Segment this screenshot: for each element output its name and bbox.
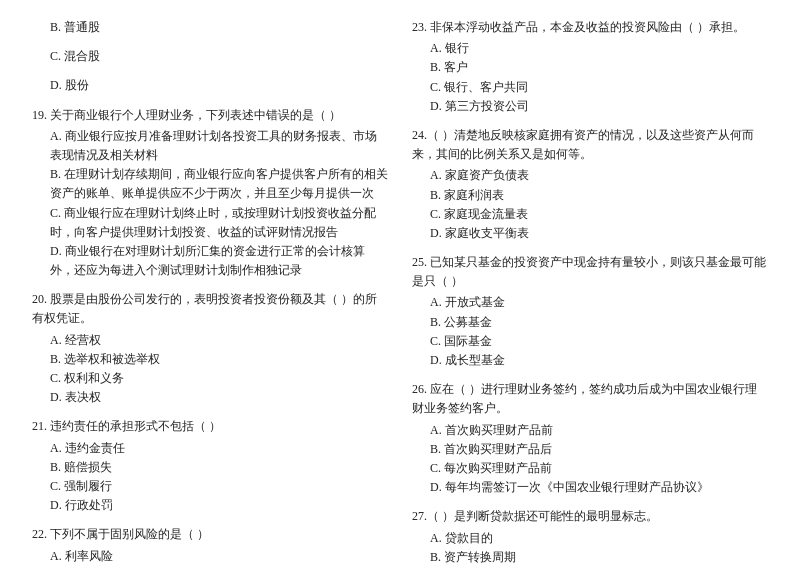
option-d-stock: D. 股份 — [32, 76, 388, 95]
option-d: D. 商业银行在对理财计划所汇集的资金进行正常的会计核算外，还应为每进入个测试理… — [32, 242, 388, 280]
option-a: A. 开放式基金 — [412, 293, 768, 312]
question-27: 27.（ ）是判断贷款据还可能性的最明显标志。 A. 贷款目的 B. 资产转换周… — [412, 507, 768, 565]
exam-page: B. 普通股 C. 混合股 D. 股份 19. 关于商业银行个人理财业务，下列表… — [0, 0, 800, 565]
question-title: 27.（ ）是判断贷款据还可能性的最明显标志。 — [412, 507, 768, 526]
option-text: C. 混合股 — [32, 47, 388, 66]
option-a: A. 商业银行应按月准备理财计划各投资工具的财务报表、市场表现情况及相关材料 — [32, 127, 388, 165]
left-column: B. 普通股 C. 混合股 D. 股份 19. 关于商业银行个人理财业务，下列表… — [32, 18, 400, 565]
option-d: D. 行政处罚 — [32, 496, 388, 515]
option-b-general: B. 普通股 — [32, 18, 388, 37]
option-b: B. 赔偿损失 — [32, 458, 388, 477]
option-c: C. 银行、客户共同 — [412, 78, 768, 97]
option-a: A. 违约金责任 — [32, 439, 388, 458]
option-c: C. 国际基金 — [412, 332, 768, 351]
question-title: 25. 已知某只基金的投资资产中现金持有量较小，则该只基金最可能是只（ ） — [412, 253, 768, 291]
option-text: D. 股份 — [32, 76, 388, 95]
option-c: C. 强制履行 — [32, 477, 388, 496]
option-a: A. 经营权 — [32, 331, 388, 350]
option-b: B. 公募基金 — [412, 313, 768, 332]
question-21: 21. 违约责任的承担形式不包括（ ） A. 违约金责任 B. 赔偿损失 C. … — [32, 417, 388, 515]
question-title: 19. 关于商业银行个人理财业务，下列表述中错误的是（ ） — [32, 106, 388, 125]
option-c: C. 家庭现金流量表 — [412, 205, 768, 224]
question-title: 22. 下列不属于固别风险的是（ ） — [32, 525, 388, 544]
question-title: 24.（ ）清楚地反映核家庭拥有资产的情况，以及这些资产从何而来，其间的比例关系… — [412, 126, 768, 164]
main-content: B. 普通股 C. 混合股 D. 股份 19. 关于商业银行个人理财业务，下列表… — [32, 18, 768, 565]
option-b: B. 客户 — [412, 58, 768, 77]
option-d: D. 表决权 — [32, 388, 388, 407]
question-25: 25. 已知某只基金的投资资产中现金持有量较小，则该只基金最可能是只（ ） A.… — [412, 253, 768, 370]
option-c: C. 权利和义务 — [32, 369, 388, 388]
question-title: 20. 股票是由股份公司发行的，表明投资者投资份额及其（ ）的所有权凭证。 — [32, 290, 388, 328]
option-text: B. 普通股 — [32, 18, 388, 37]
option-c: C. 每次购买理财产品前 — [412, 459, 768, 478]
option-b: B. 选举权和被选举权 — [32, 350, 388, 369]
option-d: D. 成长型基金 — [412, 351, 768, 370]
question-23: 23. 非保本浮动收益产品，本金及收益的投资风险由（ ）承担。 A. 银行 B.… — [412, 18, 768, 116]
question-24: 24.（ ）清楚地反映核家庭拥有资产的情况，以及这些资产从何而来，其间的比例关系… — [412, 126, 768, 243]
option-b: B. 资产转换周期 — [412, 548, 768, 565]
option-c: C. 商业银行应在理财计划终止时，或按理财计划投资收益分配时，向客户提供理财计划… — [32, 204, 388, 242]
option-a: A. 家庭资产负债表 — [412, 166, 768, 185]
question-22: 22. 下列不属于固别风险的是（ ） A. 利率风险 B. 清算风险 C. 汇率… — [32, 525, 388, 565]
question-title: 23. 非保本浮动收益产品，本金及收益的投资风险由（ ）承担。 — [412, 18, 768, 37]
option-d: D. 每年均需签订一次《中国农业银行理财产品协议》 — [412, 478, 768, 497]
option-b: B. 首次购买理财产品后 — [412, 440, 768, 459]
right-column: 23. 非保本浮动收益产品，本金及收益的投资风险由（ ）承担。 A. 银行 B.… — [400, 18, 768, 565]
question-19: 19. 关于商业银行个人理财业务，下列表述中错误的是（ ） A. 商业银行应按月… — [32, 106, 388, 281]
option-a: A. 利率风险 — [32, 547, 388, 566]
question-20: 20. 股票是由股份公司发行的，表明投资者投资份额及其（ ）的所有权凭证。 A.… — [32, 290, 388, 407]
option-c-mixed: C. 混合股 — [32, 47, 388, 66]
option-d: D. 第三方投资公司 — [412, 97, 768, 116]
option-a: A. 银行 — [412, 39, 768, 58]
option-b: B. 家庭利润表 — [412, 186, 768, 205]
option-a: A. 贷款目的 — [412, 529, 768, 548]
question-title: 26. 应在（ ）进行理财业务签约，签约成功后成为中国农业银行理财业务签约客户。 — [412, 380, 768, 418]
option-b: B. 在理财计划存续期间，商业银行应向客户提供客户所有的相关资产的账单、账单提供… — [32, 165, 388, 203]
option-d: D. 家庭收支平衡表 — [412, 224, 768, 243]
option-a: A. 首次购买理财产品前 — [412, 421, 768, 440]
question-26: 26. 应在（ ）进行理财业务签约，签约成功后成为中国农业银行理财业务签约客户。… — [412, 380, 768, 497]
question-title: 21. 违约责任的承担形式不包括（ ） — [32, 417, 388, 436]
